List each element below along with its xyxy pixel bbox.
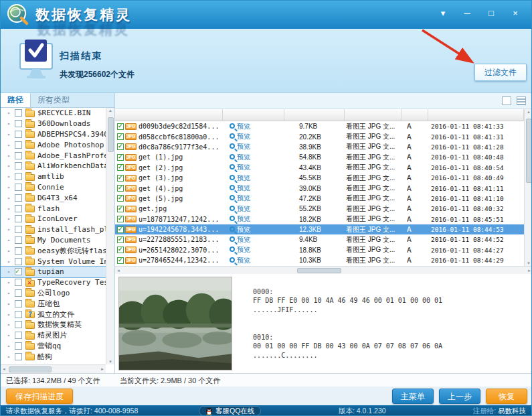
expand-arrow-icon[interactable]	[7, 343, 15, 349]
file-row[interactable]: JPG d009b3de9c82d1584... 预览 9.7KB 看图王 JP…	[115, 121, 524, 131]
expand-arrow-icon[interactable]	[7, 110, 15, 116]
tree-item-checkbox[interactable]	[15, 226, 22, 233]
column-header[interactable]	[284, 109, 345, 121]
preview-link[interactable]: 预览	[223, 132, 284, 141]
file-row[interactable]: JPG get (5).jpg 预览 47.2KB 看图王 JPG 文... A…	[115, 194, 524, 204]
file-checkbox[interactable]	[117, 195, 124, 202]
expand-arrow-icon[interactable]	[7, 322, 15, 328]
file-row[interactable]: JPG u=1878713247,1242... 预览 18.2KB 看图王 J…	[115, 214, 524, 224]
preview-link[interactable]: 预览	[223, 153, 284, 162]
tree-item[interactable]: oeasy教你玩转flas	[1, 245, 106, 256]
file-checkbox[interactable]	[117, 247, 124, 253]
file-row[interactable]: JPG d058ccbf6c81800a0... 预览 20.2KB 看图王 J…	[115, 131, 524, 141]
qq-service-button[interactable]: 客服QQ在线	[199, 406, 261, 416]
expand-arrow-icon[interactable]	[7, 174, 15, 180]
tree-item[interactable]: $RECYCLE.BIN	[1, 108, 106, 119]
tree-item[interactable]: Adobe_FlashProfes	[1, 150, 106, 161]
tree-item[interactable]: flash	[1, 203, 106, 214]
expand-arrow-icon[interactable]	[7, 121, 15, 127]
tree-item-checkbox[interactable]	[15, 332, 22, 339]
file-row[interactable]: JPG d0c8a786c9177f3e4... 预览 38.9KB 看图王 J…	[115, 142, 524, 152]
expand-arrow-icon[interactable]	[7, 206, 15, 212]
file-checkbox[interactable]	[117, 236, 124, 243]
preview-link[interactable]: 预览	[223, 245, 284, 255]
tree-item-checkbox[interactable]	[15, 268, 22, 275]
preview-link[interactable]: 预览	[223, 184, 284, 193]
file-checkbox[interactable]	[117, 164, 124, 171]
tree-item-checkbox[interactable]	[15, 236, 22, 244]
expand-arrow-icon[interactable]	[7, 195, 15, 201]
column-header[interactable]	[345, 109, 402, 121]
preview-link[interactable]: 预览	[223, 142, 284, 151]
close-icon[interactable]: ×	[507, 6, 523, 21]
expand-arrow-icon[interactable]	[7, 269, 15, 275]
tree-item[interactable]: DG4T3_x64	[1, 192, 106, 203]
thumbnail-view-icon[interactable]	[502, 96, 511, 105]
file-row[interactable]: JPG get (2).jpg 预览 43.4KB 看图王 JPG 文... A…	[115, 163, 524, 173]
table-horizontal-scrollbar[interactable]	[115, 266, 532, 274]
file-row[interactable]: JPG get.jpg 预览 55.2KB 看图王 JPG 文... A 201…	[115, 204, 524, 214]
tree-item[interactable]: AliWorkbenchData	[1, 161, 106, 171]
file-checkbox[interactable]	[117, 206, 124, 212]
scrollbar-thumb[interactable]	[108, 117, 114, 152]
file-row[interactable]: JPG u=1942245678,3443... 预览 12.3KB 看图王 J…	[115, 224, 524, 234]
tree-item[interactable]: 孤立的文件	[1, 309, 106, 320]
tree-item[interactable]: ADBEPHSPCS4.3940Z	[1, 129, 106, 140]
preview-link[interactable]: 预览	[223, 214, 284, 224]
tree-item[interactable]: Connie	[1, 182, 106, 193]
tree-item-checkbox[interactable]	[15, 184, 22, 191]
tree-item-checkbox[interactable]	[15, 300, 22, 307]
save-scan-progress-button[interactable]: 保存扫描进度	[6, 389, 73, 404]
file-checkbox[interactable]	[117, 175, 124, 182]
file-checkbox[interactable]	[117, 154, 124, 161]
preview-link[interactable]: 预览	[223, 163, 284, 172]
filter-files-button[interactable]: 过滤文件	[474, 64, 527, 81]
file-checkbox[interactable]	[117, 123, 124, 130]
tree-item[interactable]: TypeRecovery Test	[1, 277, 106, 288]
tree-item-checkbox[interactable]	[15, 131, 22, 138]
tree-vertical-scrollbar[interactable]	[106, 108, 114, 364]
file-checkbox[interactable]	[117, 216, 124, 222]
expand-arrow-icon[interactable]	[7, 354, 15, 360]
tree-item[interactable]: IconLover	[1, 214, 106, 224]
file-checkbox[interactable]	[117, 133, 124, 140]
file-checkbox[interactable]	[117, 185, 124, 192]
expand-arrow-icon[interactable]	[7, 163, 15, 169]
table-vertical-scrollbar[interactable]	[524, 109, 532, 266]
tree-item-checkbox[interactable]	[15, 342, 22, 350]
expand-arrow-icon[interactable]	[7, 248, 15, 254]
tree-item[interactable]: 压缩包	[1, 298, 106, 309]
tree-item[interactable]: 360Downloads	[1, 119, 106, 129]
column-header[interactable]	[223, 109, 284, 121]
file-row[interactable]: JPG get (1).jpg 预览 54.8KB 看图王 JPG 文... A…	[115, 152, 524, 162]
main-menu-button[interactable]: 主菜单	[392, 389, 434, 404]
preview-link[interactable]: 预览	[223, 225, 284, 234]
tree-item-checkbox[interactable]	[15, 321, 22, 328]
maximize-icon[interactable]: □	[483, 6, 499, 21]
tree-item[interactable]: 酷狗	[1, 351, 106, 362]
expand-arrow-icon[interactable]	[7, 131, 15, 137]
tree-item-checkbox[interactable]	[15, 141, 22, 149]
tree-item[interactable]: install_flash_pl	[1, 224, 106, 235]
tree-horizontal-scrollbar[interactable]	[1, 364, 106, 373]
tree-item[interactable]: My Documents	[1, 235, 106, 246]
tree-item[interactable]: 数据恢复精英	[1, 320, 106, 330]
file-row[interactable]: JPG get (3).jpg 预览 45.5KB 看图王 JPG 文... A…	[115, 173, 524, 183]
tree-item[interactable]: 公司logo	[1, 288, 106, 299]
tree-item-checkbox[interactable]	[15, 247, 22, 255]
expand-arrow-icon[interactable]	[7, 332, 15, 338]
tree-item[interactable]: tupian	[1, 267, 106, 277]
expand-arrow-icon[interactable]	[7, 311, 15, 318]
file-checkbox[interactable]	[117, 257, 124, 264]
tree-item-checkbox[interactable]	[15, 194, 22, 202]
column-header[interactable]	[115, 109, 223, 121]
file-row[interactable]: JPG u=2651428022,3070... 预览 18.8KB 看图王 J…	[115, 245, 524, 255]
column-header[interactable]	[428, 109, 524, 121]
preview-link[interactable]: 预览	[223, 174, 284, 183]
tree-item-checkbox[interactable]	[15, 109, 22, 117]
previous-step-button[interactable]: 上一步	[439, 389, 480, 404]
file-checkbox[interactable]	[117, 226, 124, 233]
file-row[interactable]: JPG get (4).jpg 预览 39.0KB 看图王 JPG 文... A…	[115, 183, 524, 193]
scrollbar-thumb[interactable]	[9, 366, 52, 372]
tree-item-checkbox[interactable]	[15, 120, 22, 127]
